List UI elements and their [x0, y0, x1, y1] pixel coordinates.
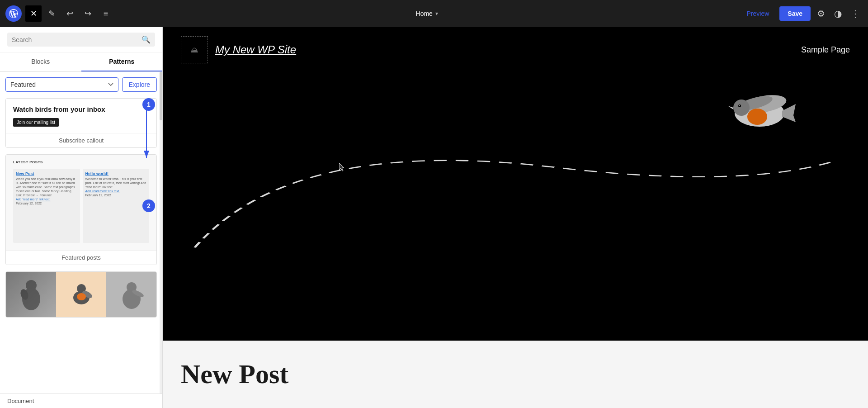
page-nav[interactable]: Home ▾ [416, 10, 438, 17]
gallery-card[interactable] [5, 271, 157, 318]
gallery-preview [6, 272, 156, 317]
redo-button[interactable]: ↪ [80, 5, 96, 22]
scroll-thumb [160, 72, 162, 120]
scrollbar[interactable] [160, 72, 162, 394]
gallery-img-1 [6, 272, 56, 317]
step-bubble-1: 1 [142, 98, 155, 111]
undo-button[interactable]: ↩ [61, 5, 78, 22]
subscribe-callout-card[interactable]: Watch birds from your inbox Join our mai… [5, 98, 157, 148]
featured-posts-label: Featured posts [6, 250, 156, 265]
document-label: Document [7, 398, 34, 404]
contrast-icon[interactable]: ◑ [831, 5, 844, 22]
post-1-title: New Post [16, 171, 77, 176]
sidebar-search-area: 🔍 [0, 27, 162, 52]
svg-point-3 [26, 280, 37, 291]
posts-grid: New Post When you see it you will know h… [9, 165, 153, 247]
new-post-heading[interactable]: New Post [181, 359, 850, 390]
category-select[interactable]: Featured [5, 77, 118, 92]
svg-point-19 [738, 104, 741, 107]
post-2-readmore: Add 'read more' link text. [85, 189, 147, 193]
search-input-wrap: 🔍 [7, 33, 155, 47]
gallery-img-3 [106, 272, 156, 317]
more-options-icon[interactable]: ⋮ [848, 5, 863, 22]
site-nav-item[interactable]: Sample Page [801, 45, 850, 55]
post-2-excerpt: Welcome to WordPress. This is your first… [85, 177, 147, 189]
site-title[interactable]: My New WP Site [215, 43, 296, 56]
svg-point-20 [739, 105, 740, 106]
posts-header: LATEST POSTS [9, 158, 153, 165]
logo-placeholder-icon: ⛰ [190, 45, 198, 55]
featured-posts-preview: LATEST POSTS New Post When you see it yo… [6, 155, 156, 250]
edit-button[interactable]: ✎ [43, 5, 60, 22]
wp-logo-icon [9, 9, 19, 19]
nav-title: Home [416, 10, 433, 17]
subscribe-label: Subscribe callout [6, 133, 156, 147]
gallery-img-2 [56, 272, 106, 317]
post-1-date: February 12, 2022 [16, 201, 77, 205]
close-button[interactable]: ✕ [25, 5, 42, 22]
svg-point-9 [77, 293, 86, 300]
toolbar-center: Home ▾ [114, 10, 740, 17]
tab-blocks[interactable]: Blocks [0, 52, 81, 71]
svg-marker-22 [339, 163, 344, 171]
post-2-date: February 12, 2022 [85, 193, 147, 197]
main-layout: 🔍 Blocks Patterns 1 2 [0, 27, 868, 408]
cursor [339, 163, 346, 174]
wp-logo [5, 5, 22, 22]
preview-button[interactable]: Preview [740, 7, 776, 20]
dashed-path-svg [163, 109, 868, 253]
sidebar: 🔍 Blocks Patterns 1 2 [0, 27, 163, 408]
site-logo-box: ⛰ [181, 36, 208, 63]
sidebar-tabs: Blocks Patterns [0, 52, 162, 72]
post-item-2: Hello world! Welcome to WordPress. This … [83, 169, 150, 243]
settings-icon[interactable]: ⚙ [814, 5, 828, 22]
subscribe-heading: Watch birds from your inbox [13, 105, 149, 114]
preview-frame: ⛰ My New WP Site Sample Page [163, 27, 868, 341]
hero-area [163, 72, 868, 253]
filter-row: Featured Explore [5, 77, 157, 92]
post-1-readmore: Add 'read more' link text. [16, 197, 77, 201]
explore-button[interactable]: Explore [122, 77, 157, 92]
post-1-excerpt: When you see it you will know how easy i… [16, 177, 77, 197]
subscribe-preview: Watch birds from your inbox Join our mai… [6, 99, 156, 133]
doc-bar: Document [0, 394, 162, 408]
nav-chevron-icon: ▾ [435, 10, 438, 17]
search-icon: 🔍 [142, 35, 151, 44]
site-header: ⛰ My New WP Site Sample Page [163, 27, 868, 72]
search-input[interactable] [12, 36, 142, 43]
menu-button[interactable]: ≡ [98, 5, 114, 22]
sidebar-patterns: Featured Explore Watch birds from your i… [0, 72, 162, 394]
toolbar-right: Preview Save ⚙ ◑ ⋮ [740, 5, 863, 22]
save-button[interactable]: Save [779, 6, 811, 21]
toolbar: ✕ ✎ ↩ ↪ ≡ Home ▾ Preview Save ⚙ ◑ ⋮ [0, 0, 868, 27]
sidebar-relative: 1 2 Featured Explore [0, 72, 162, 394]
post-2-title: Hello world! [85, 171, 147, 176]
featured-posts-card[interactable]: LATEST POSTS New Post When you see it yo… [5, 154, 157, 265]
subscribe-button-small: Join our mailing list [13, 118, 59, 127]
content-area: ⛰ My New WP Site Sample Page [163, 27, 868, 408]
step-bubble-2: 2 [142, 199, 155, 212]
post-item-1: New Post When you see it you will know h… [13, 169, 80, 243]
tab-patterns[interactable]: Patterns [81, 52, 163, 71]
new-post-section: New Post [163, 341, 868, 408]
